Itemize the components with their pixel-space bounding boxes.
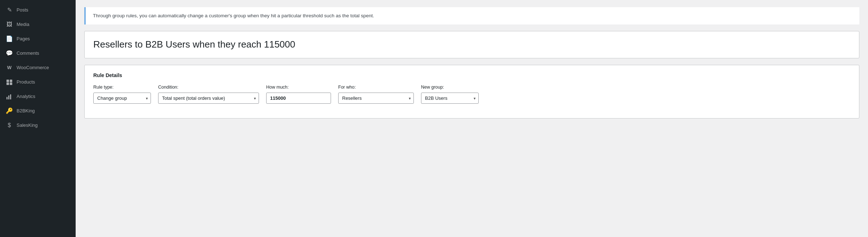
sidebar-item-pages[interactable]: 📄 Pages — [0, 32, 76, 46]
condition-label: Condition: — [158, 85, 259, 90]
rule-details-box: Rule Details Rule type: Change group ▾ C… — [84, 65, 859, 118]
rule-fields: Rule type: Change group ▾ Condition: Tot… — [93, 85, 850, 104]
svg-rect-0 — [6, 80, 9, 82]
b2bking-icon: 🔑 — [6, 107, 13, 115]
sidebar-item-posts[interactable]: ✎ Posts — [0, 3, 76, 17]
for-who-select[interactable]: Resellers — [338, 93, 414, 104]
sidebar-item-label: Comments — [17, 50, 39, 57]
sidebar-item-label: Media — [17, 21, 29, 28]
sidebar-item-label: Analytics — [17, 93, 35, 100]
rule-type-label: Rule type: — [93, 85, 151, 90]
salesking-icon: $ — [6, 122, 13, 129]
sidebar-item-analytics[interactable]: Analytics — [0, 89, 76, 104]
rule-details-heading: Rule Details — [93, 72, 850, 78]
svg-rect-3 — [10, 82, 12, 85]
products-icon — [6, 79, 13, 86]
for-who-label: For who: — [338, 85, 414, 90]
how-much-label: How much: — [266, 85, 331, 90]
sidebar-item-products[interactable]: Products — [0, 75, 76, 89]
condition-field: Condition: Total spent (total orders val… — [158, 85, 259, 104]
media-icon: 🖼 — [6, 21, 13, 28]
rule-title: Resellers to B2B Users when they reach 1… — [93, 39, 850, 51]
how-much-field: How much: — [266, 85, 331, 104]
rule-type-field: Rule type: Change group ▾ — [93, 85, 151, 104]
rule-type-select[interactable]: Change group — [93, 93, 151, 104]
sidebar: ✎ Posts 🖼 Media 📄 Pages 💬 Comments W Woo… — [0, 0, 76, 237]
sidebar-item-label: Pages — [17, 36, 30, 42]
info-text: Through group rules, you can automatical… — [93, 13, 374, 18]
comments-icon: 💬 — [6, 50, 13, 57]
condition-select-wrapper: Total spent (total orders value) ▾ — [158, 93, 259, 104]
for-who-select-wrapper: Resellers ▾ — [338, 93, 414, 104]
new-group-select-wrapper: B2B Users ▾ — [421, 93, 479, 104]
svg-rect-4 — [6, 97, 8, 99]
woocommerce-icon: W — [6, 64, 13, 71]
svg-rect-2 — [6, 82, 9, 85]
analytics-icon — [6, 93, 13, 100]
posts-icon: ✎ — [6, 6, 13, 14]
sidebar-item-comments[interactable]: 💬 Comments — [0, 46, 76, 61]
svg-rect-1 — [10, 80, 12, 82]
new-group-label: New group: — [421, 85, 479, 90]
title-box: Resellers to B2B Users when they reach 1… — [84, 31, 859, 58]
sidebar-item-media[interactable]: 🖼 Media — [0, 17, 76, 32]
new-group-field: New group: B2B Users ▾ — [421, 85, 479, 104]
sidebar-item-woocommerce[interactable]: W WooCommerce — [0, 61, 76, 75]
pages-icon: 📄 — [6, 35, 13, 43]
main-content: Through group rules, you can automatical… — [76, 0, 868, 237]
sidebar-item-b2bking[interactable]: 🔑 B2BKing — [0, 104, 76, 118]
condition-select[interactable]: Total spent (total orders value) — [158, 93, 259, 104]
info-box: Through group rules, you can automatical… — [84, 7, 859, 24]
sidebar-item-label: SalesKing — [17, 122, 38, 129]
svg-rect-6 — [10, 94, 11, 99]
sidebar-item-label: B2BKing — [17, 108, 35, 114]
for-who-field: For who: Resellers ▾ — [338, 85, 414, 104]
sidebar-item-label: Posts — [17, 7, 28, 13]
new-group-select[interactable]: B2B Users — [421, 93, 479, 104]
sidebar-item-label: WooCommerce — [17, 64, 49, 71]
rule-type-select-wrapper: Change group ▾ — [93, 93, 151, 104]
sidebar-item-label: Products — [17, 79, 35, 85]
svg-rect-5 — [8, 95, 9, 99]
sidebar-item-salesking[interactable]: $ SalesKing — [0, 118, 76, 133]
how-much-input[interactable] — [266, 93, 331, 104]
